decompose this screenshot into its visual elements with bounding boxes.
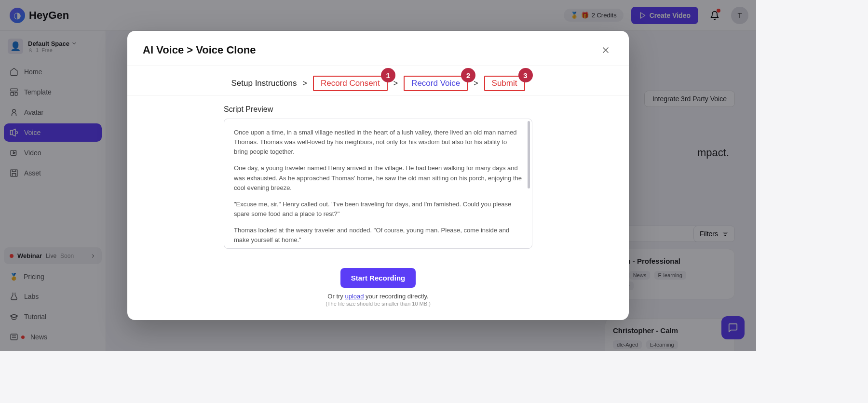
modal-title: AI Voice > Voice Clone <box>143 44 256 56</box>
upload-size-note: (The file size should be smaller than 10… <box>224 301 532 307</box>
voice-clone-modal: AI Voice > Voice Clone Setup Instruction… <box>127 31 629 320</box>
modal-overlay: AI Voice > Voice Clone Setup Instruction… <box>0 0 756 351</box>
upload-alternative-line: Or try upload your recording directly. <box>224 293 532 300</box>
step-separator: > <box>303 79 307 88</box>
step-separator: > <box>393 79 398 88</box>
step-label: Record Voice <box>411 79 460 88</box>
script-paragraph: Thomas looked at the weary traveler and … <box>234 226 522 245</box>
step-label: Submit <box>492 79 517 88</box>
step-label: Record Consent <box>321 79 380 88</box>
close-icon <box>601 45 610 55</box>
or-try-prefix: Or try <box>327 293 345 300</box>
script-preview-box[interactable]: Once upon a time, in a small village nes… <box>224 119 532 249</box>
step-badge: 3 <box>518 68 533 82</box>
scrollbar-thumb[interactable] <box>528 121 530 188</box>
step-record-voice[interactable]: Record Voice 2 <box>404 76 468 91</box>
start-recording-label: Start Recording <box>351 274 406 282</box>
script-paragraph: One day, a young traveler named Henry ar… <box>234 163 522 192</box>
script-paragraph: "Excuse me, sir," Henry called out. "I'v… <box>234 200 522 219</box>
script-paragraph: Once upon a time, in a small village nes… <box>234 128 522 157</box>
wizard-steps: Setup Instructions > Record Consent 1 > … <box>127 66 629 95</box>
upload-link[interactable]: upload <box>345 293 364 300</box>
start-recording-button[interactable]: Start Recording <box>340 268 416 288</box>
modal-close-button[interactable] <box>598 42 613 58</box>
script-preview-heading: Script Preview <box>224 105 532 114</box>
step-separator: > <box>474 79 478 88</box>
step-record-consent[interactable]: Record Consent 1 <box>313 76 388 91</box>
step-submit[interactable]: Submit 3 <box>484 76 525 91</box>
step-badge: 1 <box>381 68 395 82</box>
step-setup-instructions: Setup Instructions <box>231 79 297 88</box>
or-try-suffix: your recording directly. <box>364 293 429 300</box>
